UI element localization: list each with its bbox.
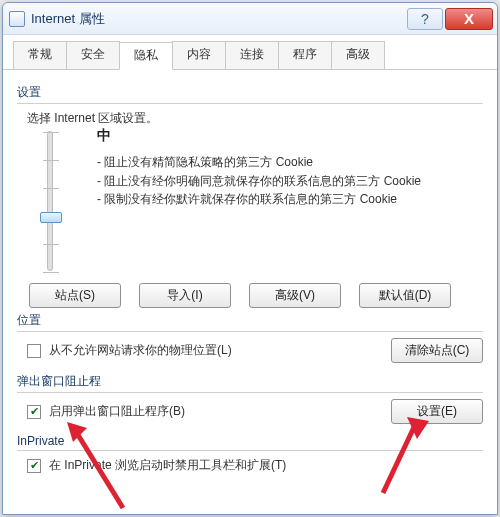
zone-row: 中 - 阻止没有精简隐私策略的第三方 Cookie - 阻止没有经你明确同意就保… <box>17 127 483 271</box>
bullet-3: - 限制没有经你默许就保存你的联系信息的第三方 Cookie <box>97 190 483 209</box>
location-row: 从不允许网站请求你的物理位置(L) 清除站点(C) <box>27 338 483 363</box>
bullet-1: - 阻止没有精简隐私策略的第三方 Cookie <box>97 153 483 172</box>
divider <box>17 392 483 393</box>
popup-checkbox[interactable] <box>27 405 41 419</box>
window-title: Internet 属性 <box>31 10 407 28</box>
bullet-2: - 阻止没有经你明确同意就保存你的联系信息的第三方 Cookie <box>97 172 483 191</box>
popup-settings-button[interactable]: 设置(E) <box>391 399 483 424</box>
settings-group-label: 设置 <box>17 84 483 101</box>
privacy-level: 中 <box>97 127 483 145</box>
titlebar: Internet 属性 ? X <box>3 3 497 35</box>
tab-content[interactable]: 内容 <box>172 41 226 69</box>
inprivate-row: 在 InPrivate 浏览启动时禁用工具栏和扩展(T) <box>27 457 483 474</box>
tab-security[interactable]: 安全 <box>66 41 120 69</box>
dialog-window: Internet 属性 ? X 常规 安全 隐私 内容 连接 程序 高级 设置 … <box>2 2 498 515</box>
settings-button-row: 站点(S) 导入(I) 高级(V) 默认值(D) <box>29 283 483 308</box>
clear-sites-button[interactable]: 清除站点(C) <box>391 338 483 363</box>
tab-connections[interactable]: 连接 <box>225 41 279 69</box>
default-button[interactable]: 默认值(D) <box>359 283 451 308</box>
zone-description: 中 - 阻止没有精简隐私策略的第三方 Cookie - 阻止没有经你明确同意就保… <box>97 127 483 271</box>
divider <box>17 450 483 451</box>
divider <box>17 103 483 104</box>
privacy-slider[interactable] <box>47 131 53 271</box>
inprivate-group-label: InPrivate <box>17 434 483 448</box>
divider <box>17 331 483 332</box>
tab-pane: 设置 选择 Internet 区域设置。 中 - 阻止没有精简隐私策略的第三方 … <box>3 70 497 484</box>
popup-group-label: 弹出窗口阻止程 <box>17 373 483 390</box>
advanced-button[interactable]: 高级(V) <box>249 283 341 308</box>
slider-thumb[interactable] <box>40 212 62 223</box>
sites-button[interactable]: 站点(S) <box>29 283 121 308</box>
popup-row: 启用弹出窗口阻止程序(B) 设置(E) <box>27 399 483 424</box>
privacy-slider-wrap <box>17 127 77 271</box>
privacy-bullets: - 阻止没有精简隐私策略的第三方 Cookie - 阻止没有经你明确同意就保存你… <box>97 153 483 209</box>
popup-checkbox-label: 启用弹出窗口阻止程序(B) <box>49 403 383 420</box>
location-checkbox-label: 从不允许网站请求你的物理位置(L) <box>49 342 383 359</box>
titlebar-buttons: ? X <box>407 8 493 30</box>
zone-prompt: 选择 Internet 区域设置。 <box>27 110 483 127</box>
location-checkbox[interactable] <box>27 344 41 358</box>
tab-general[interactable]: 常规 <box>13 41 67 69</box>
close-button[interactable]: X <box>445 8 493 30</box>
inprivate-checkbox-label: 在 InPrivate 浏览启动时禁用工具栏和扩展(T) <box>49 457 483 474</box>
app-icon <box>9 11 25 27</box>
tab-strip: 常规 安全 隐私 内容 连接 程序 高级 <box>3 35 497 70</box>
tab-advanced[interactable]: 高级 <box>331 41 385 69</box>
tab-privacy[interactable]: 隐私 <box>119 42 173 70</box>
help-button[interactable]: ? <box>407 8 443 30</box>
inprivate-checkbox[interactable] <box>27 459 41 473</box>
tab-programs[interactable]: 程序 <box>278 41 332 69</box>
location-group-label: 位置 <box>17 312 483 329</box>
import-button[interactable]: 导入(I) <box>139 283 231 308</box>
